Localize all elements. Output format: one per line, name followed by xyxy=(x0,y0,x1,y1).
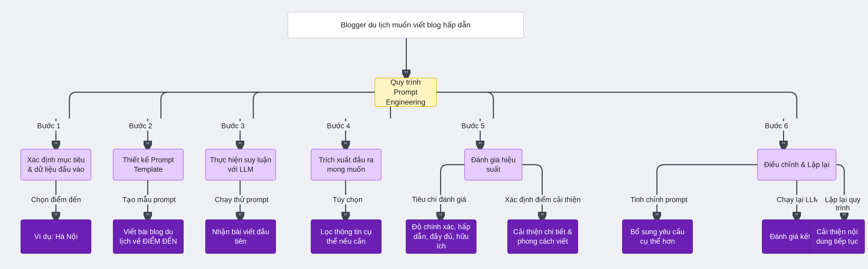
step-box-5: Đánh giá hiệu suất xyxy=(464,149,522,180)
leaf-6c: Cải thiện nội dung tiếp tục xyxy=(809,220,865,254)
step-label-1: Bước 1 xyxy=(36,121,62,131)
step-box-1: Xác định mục tiêu & dữ liệu đầu vào xyxy=(21,149,91,180)
leaf-3: Nhận bài viết đầu tiên xyxy=(205,220,276,254)
step-box-2: Thiết kế Prompt Template xyxy=(113,149,184,180)
leaf-1-text: Ví dụ: Hà Nội xyxy=(34,232,78,241)
step-box-3: Thực hiện suy luận với LLM xyxy=(205,149,276,180)
leaf-2: Viết bài blog du lịch về ĐIỂM ĐẾN xyxy=(113,220,184,254)
sub-label-4: Tùy chọn xyxy=(331,195,364,204)
step-box-6-text: Điều chỉnh & Lặp lại xyxy=(764,160,830,169)
sub-label-6c: Lặp lại quy trình xyxy=(817,195,868,213)
step-label-3: Bước 3 xyxy=(220,121,246,131)
sub-label-2: Tạo mẫu prompt xyxy=(121,195,177,204)
leaf-4-text: Lọc thông tin cụ thể nếu cần xyxy=(315,227,377,246)
process-node: Quy trình Prompt Engineering xyxy=(375,78,437,107)
leaf-2-text: Viết bài blog du lịch về ĐIỂM ĐẾN xyxy=(117,227,179,246)
sub-label-5a: Tiêu chí đánh giá xyxy=(410,195,468,204)
leaf-6a: Bổ sung yêu cầu cụ thể hơn xyxy=(622,220,693,254)
leaf-1: Ví dụ: Hà Nội xyxy=(21,220,91,254)
step-label-2: Bước 2 xyxy=(127,121,154,131)
step-box-4-text: Trích xuất đầu ra mong muốn xyxy=(315,155,377,174)
leaf-6c-text: Cải thiện nội dung tiếp tục xyxy=(814,227,861,246)
root-node: Blogger du lịch muốn viết blog hấp dẫn xyxy=(287,12,524,38)
step-box-6: Điều chỉnh & Lặp lại xyxy=(757,149,836,180)
root-title: Blogger du lịch muốn viết blog hấp dẫn xyxy=(341,20,471,30)
leaf-5a: Độ chính xác, hấp dẫn, đầy đủ, hữu ích xyxy=(406,220,476,254)
sub-label-3: Chạy thử prompt xyxy=(213,195,270,204)
process-title: Quy trình Prompt Engineering xyxy=(379,77,432,107)
leaf-6a-text: Bổ sung yêu cầu cụ thể hơn xyxy=(626,227,689,246)
leaf-5a-text: Độ chính xác, hấp dẫn, đầy đủ, hữu ích xyxy=(410,222,472,251)
sub-label-6b: Chạy lại LLM xyxy=(775,195,821,204)
step-label-5: Bước 5 xyxy=(460,121,486,131)
step-box-3-text: Thực hiện suy luận với LLM xyxy=(210,155,272,174)
step-label-6: Bước 6 xyxy=(763,121,789,131)
sub-label-1: Chọn điểm đến xyxy=(30,195,83,204)
leaf-5b: Cải thiện chi tiết & phong cách viết xyxy=(507,220,578,254)
sub-label-6a: Tinh chỉnh prompt xyxy=(629,195,689,204)
step-box-1-text: Xác định mục tiêu & dữ liệu đầu vào xyxy=(25,155,87,174)
step-box-4: Trích xuất đầu ra mong muốn xyxy=(311,149,381,180)
step-box-5-text: Đánh giá hiệu suất xyxy=(469,155,518,174)
leaf-5b-text: Cải thiện chi tiết & phong cách viết xyxy=(512,227,574,246)
leaf-4: Lọc thông tin cụ thể nếu cần xyxy=(311,220,381,254)
leaf-3-text: Nhận bài viết đầu tiên xyxy=(210,227,272,246)
step-label-4: Bước 4 xyxy=(325,121,352,131)
step-box-2-text: Thiết kế Prompt Template xyxy=(117,155,179,174)
sub-label-5b: Xác định điểm cải thiện xyxy=(503,195,582,204)
